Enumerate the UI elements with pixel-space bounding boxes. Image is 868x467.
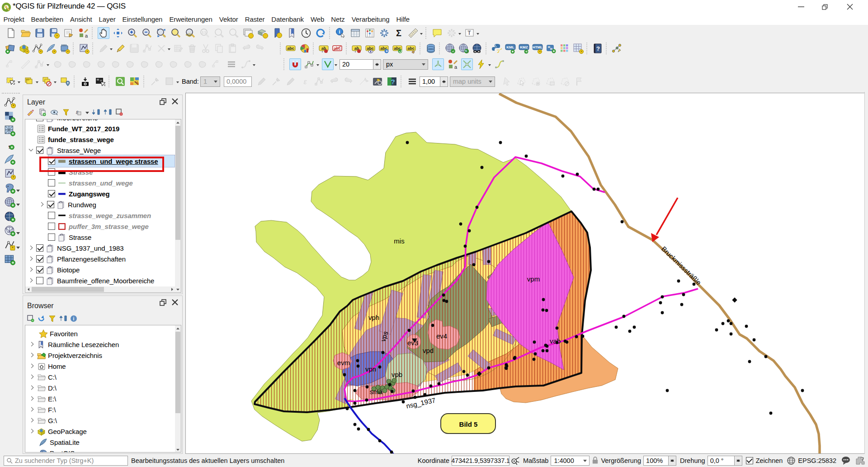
svg-text:vpm: vpm: [527, 275, 540, 283]
svg-text:a: a: [454, 64, 458, 70]
svg-text:*: *: [67, 50, 68, 54]
svg-text:i: i: [339, 29, 340, 34]
svg-text:*: *: [53, 50, 55, 54]
svg-text:Σ: Σ: [396, 28, 401, 38]
svg-text:KML: KML: [506, 45, 514, 49]
svg-text:?: ?: [596, 45, 600, 52]
svg-text:a: a: [85, 33, 88, 38]
svg-text:*: *: [56, 34, 57, 38]
svg-text:Bild 5: Bild 5: [459, 420, 478, 428]
svg-text:*: *: [580, 50, 582, 54]
svg-text:abc: abc: [287, 46, 294, 51]
svg-text:*: *: [86, 50, 88, 54]
svg-text:🔍: 🔍: [465, 49, 469, 53]
svg-text:ev3: ev3: [407, 339, 418, 347]
svg-text:T: T: [467, 29, 471, 36]
svg-text:KMZ: KMZ: [520, 45, 528, 49]
svg-text:vab: vab: [550, 337, 561, 345]
svg-text:ε: ε: [303, 78, 307, 86]
svg-text:HTML: HTML: [533, 45, 542, 49]
svg-text:vpb: vpb: [392, 371, 402, 378]
svg-text:1:1: 1:1: [202, 31, 206, 34]
svg-text:?: ?: [391, 78, 395, 86]
svg-text:sma: sma: [370, 388, 383, 396]
svg-text:*: *: [539, 50, 540, 54]
svg-text:*: *: [40, 50, 41, 54]
svg-text:ev4: ev4: [436, 332, 447, 340]
svg-text:vph: vph: [368, 314, 379, 321]
svg-text:i: i: [73, 316, 75, 321]
svg-text:vpd: vpd: [423, 347, 434, 354]
svg-text:abc: abc: [367, 46, 374, 51]
svg-text:vpn: vpn: [365, 365, 376, 373]
svg-text:*: *: [26, 50, 28, 54]
svg-text:abc: abc: [407, 46, 415, 51]
svg-text:mis: mis: [394, 237, 404, 245]
svg-text:evm: evm: [337, 359, 350, 367]
